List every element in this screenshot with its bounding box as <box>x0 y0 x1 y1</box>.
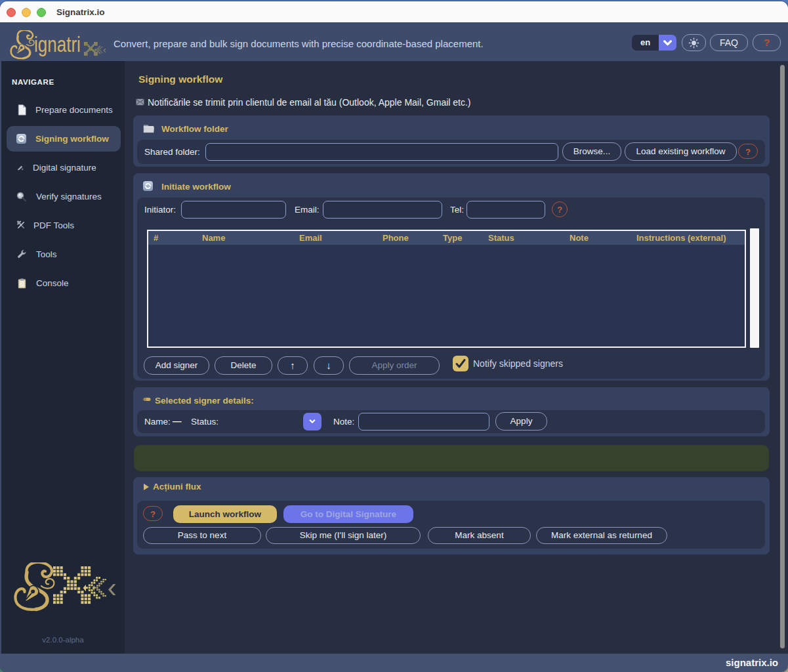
svg-text:D: D <box>22 168 24 171</box>
